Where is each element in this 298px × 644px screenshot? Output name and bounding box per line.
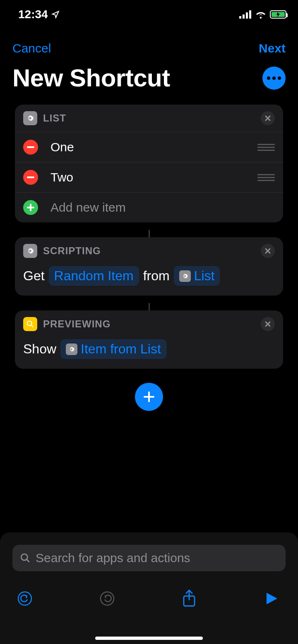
svg-rect-7 <box>27 207 34 208</box>
battery-icon <box>270 10 286 19</box>
add-item-button[interactable] <box>23 200 38 215</box>
remove-item-button[interactable] <box>23 140 38 155</box>
action-card-list: LIST One Two <box>15 105 283 222</box>
more-button[interactable] <box>262 67 286 90</box>
action-card-scripting: SCRIPTING Get Random Item from List <box>15 237 283 296</box>
list-item-text[interactable]: Two <box>50 170 257 184</box>
gear-icon <box>23 111 37 125</box>
home-indicator[interactable] <box>95 637 203 640</box>
param-random-item[interactable]: Random Item <box>49 266 139 286</box>
status-time: 12:34 <box>18 8 48 21</box>
svg-rect-5 <box>27 177 34 178</box>
param-list[interactable]: List <box>174 266 220 286</box>
list-item[interactable]: Two <box>15 162 283 193</box>
next-button[interactable]: Next <box>259 41 286 55</box>
search-icon <box>20 553 31 563</box>
undo-button[interactable] <box>15 589 35 608</box>
param-item-from-list[interactable]: Item from List <box>60 339 166 359</box>
category-label: SCRIPTING <box>43 245 101 257</box>
cancel-button[interactable]: Cancel <box>12 41 51 55</box>
gear-icon <box>66 343 77 355</box>
delete-action-button[interactable] <box>261 317 275 331</box>
add-item-row[interactable]: Add new item <box>15 193 283 222</box>
connector-line <box>149 230 150 237</box>
action-word-show: Show <box>23 341 56 357</box>
svg-rect-1 <box>243 14 245 19</box>
share-button[interactable] <box>179 589 199 608</box>
svg-point-12 <box>18 592 31 605</box>
svg-point-13 <box>101 592 114 605</box>
action-word-from: from <box>143 268 170 284</box>
svg-point-11 <box>21 554 27 560</box>
action-card-preview: PREVIEWING Show Item from List <box>15 310 283 369</box>
gear-icon <box>23 244 37 258</box>
action-word-get: Get <box>23 268 45 284</box>
location-icon <box>51 10 60 19</box>
redo-button[interactable] <box>97 589 117 608</box>
delete-action-button[interactable] <box>261 111 275 125</box>
delete-action-button[interactable] <box>261 244 275 258</box>
svg-rect-0 <box>239 16 241 19</box>
bottom-panel: Search for apps and actions <box>0 532 298 644</box>
gear-icon <box>179 270 191 282</box>
svg-rect-3 <box>249 10 251 19</box>
status-bar: 12:34 <box>0 0 298 29</box>
search-input[interactable]: Search for apps and actions <box>12 545 286 571</box>
add-action-button[interactable] <box>135 383 163 411</box>
wifi-icon <box>255 10 267 19</box>
list-item[interactable]: One <box>15 132 283 162</box>
remove-item-button[interactable] <box>23 170 38 185</box>
drag-handle-icon[interactable] <box>257 174 275 181</box>
category-label: LIST <box>43 112 66 124</box>
page-title: New Shortcut <box>12 64 170 92</box>
search-placeholder: Search for apps and actions <box>36 551 190 565</box>
list-item-text[interactable]: One <box>50 140 257 154</box>
add-item-placeholder: Add new item <box>50 200 275 215</box>
category-label: PREVIEWING <box>43 318 111 330</box>
quicklook-icon <box>23 317 37 331</box>
svg-rect-4 <box>27 146 34 148</box>
connector-line <box>149 303 150 310</box>
svg-rect-2 <box>246 12 248 19</box>
svg-rect-10 <box>144 396 154 398</box>
run-button[interactable] <box>262 589 281 608</box>
cellular-icon <box>239 10 252 19</box>
nav-bar: Cancel Next <box>0 29 298 60</box>
drag-handle-icon[interactable] <box>257 144 275 151</box>
